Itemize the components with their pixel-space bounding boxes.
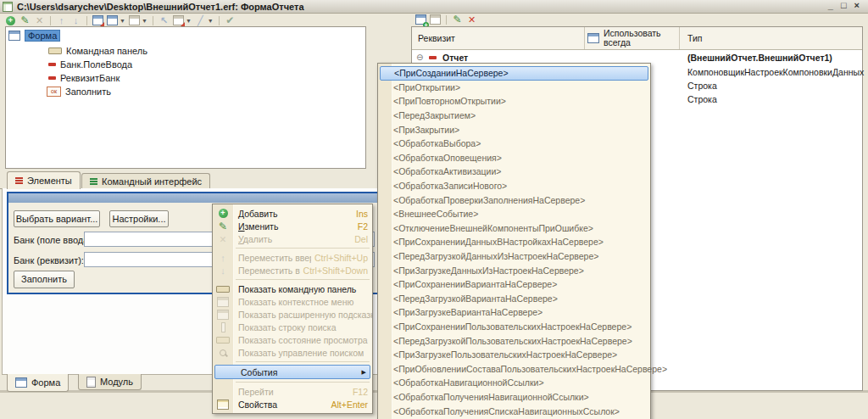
tab-command-interface[interactable]: Командный интерфейс	[81, 173, 210, 189]
submenu-event-item[interactable]: <ОтключениеВнешнейКомпонентыПриОшибке>	[378, 221, 650, 236]
submenu-event-item[interactable]: <ПриОбновленииСоставаПользовательскихНас…	[378, 361, 650, 376]
menu-item-events[interactable]: События ▶	[214, 365, 370, 379]
add-icon: +	[219, 209, 228, 218]
attribute-type: КомпоновщикНастроекКомпоновкиДанных	[687, 67, 864, 77]
add-attribute-icon[interactable]: +	[415, 14, 426, 25]
window-title: C:\Users\dsarychev\Desktop\ВнешнийОтчет1…	[17, 2, 304, 12]
title-bar: C:\Users\dsarychev\Desktop\ВнешнийОтчет1…	[0, 0, 868, 14]
fill-button[interactable]: Заполнить	[14, 271, 75, 288]
add-icon[interactable]: +	[5, 15, 16, 26]
menu-item-add[interactable]: + Добавить Ins	[213, 207, 372, 220]
settings-button[interactable]: Настройки...	[109, 210, 169, 227]
check-icon[interactable]: ✔	[225, 15, 236, 26]
designer-window: C:\Users\dsarychev\Desktop\ВнешнийОтчет1…	[0, 0, 868, 419]
form-toolbar: + ✎ ✕ ↑ ↓ ▼ ▼ ↖ ▼ ╱▼ ✔	[5, 14, 236, 26]
column-type[interactable]: Тип	[687, 33, 703, 43]
choose-variant-button[interactable]: Выбрать вариант...	[14, 210, 100, 227]
chevron-down-icon: ▼	[142, 18, 147, 24]
tree-item-command-bar[interactable]: Командная панель	[48, 45, 147, 57]
menu-item-move-up[interactable]: ↑ Переместить вверх Ctrl+Shift+Up	[213, 251, 372, 264]
submenu-event-item[interactable]: <ПередЗагрузкойПользовательскихНастроекН…	[378, 333, 650, 348]
placement-dropdown-icon[interactable]	[173, 15, 184, 26]
pointer-icon[interactable]: ↖	[159, 15, 170, 26]
tab-module[interactable]: Модуль	[78, 374, 142, 390]
submenu-event-item[interactable]: <ПриСозданииНаСервере>	[380, 66, 648, 81]
submenu-event-item[interactable]: <ОбработкаЗаписиНового>	[378, 179, 650, 193]
submenu-event-item[interactable]: <ПередЗагрузкойВариантаНаСервере>	[378, 292, 650, 306]
column-attribute[interactable]: Реквизит	[418, 33, 455, 43]
submenu-event-item[interactable]: <ОбработкаОповещения>	[378, 151, 650, 165]
submenu-event-item[interactable]: <ОбработкаАктивизации>	[378, 165, 650, 179]
submenu-event-item[interactable]: <ПередЗакрытием>	[378, 109, 650, 123]
tab-form[interactable]: Форма	[7, 374, 69, 392]
submenu-arrow-icon: ▶	[362, 369, 370, 376]
move-down-icon[interactable]: ↓	[70, 15, 81, 26]
submenu-event-item[interactable]: <ОбработкаНавигационнойСсылки>	[378, 376, 650, 390]
tree-item-bank-attribute[interactable]: РеквизитБанк	[48, 72, 120, 84]
edit-icon[interactable]: ✎	[19, 15, 31, 26]
submenu-event-item[interactable]: <ПриЗагрузкеДанныхИзНастроекНаСервере>	[378, 263, 650, 277]
menu-item-properties[interactable]: Свойства Alt+Enter	[213, 398, 372, 411]
menu-separator	[236, 361, 370, 362]
column-use-always[interactable]: Использовать всегда	[604, 29, 671, 47]
tree-item-bank-input[interactable]: Банк.ПолеВвода	[48, 59, 132, 70]
submenu-event-item[interactable]: <ПриЗагрузкеПользовательскихНастроекНаСе…	[378, 348, 650, 362]
submenu-event-item[interactable]: <ОбработкаВыбора>	[378, 137, 650, 151]
attribute-type: Строка	[687, 81, 717, 91]
submenu-event-item[interactable]: <ПриСохраненииПользовательскихНастроекНа…	[378, 320, 650, 334]
menu-item-show-search-control[interactable]: Показать управление поиском	[213, 346, 372, 359]
submenu-event-item[interactable]: <ПриОткрытии>	[378, 81, 650, 95]
submenu-event-item[interactable]: <ОбработкаПолученияНавигационнойСсылки>	[378, 390, 650, 405]
tree-item-label: РеквизитБанк	[60, 73, 120, 83]
events-submenu: <ПриСозданииНаСервере> <ПриОткрытии> <Пр…	[377, 63, 651, 419]
tooltip-icon	[217, 310, 229, 320]
designer-tabstrip: Элементы Командный интерфейс	[0, 170, 400, 189]
tab-label: Элементы	[27, 176, 72, 186]
submenu-event-item[interactable]: <ПриСохраненииДанныхВНастройкахНаСервере…	[378, 235, 650, 249]
submenu-event-item[interactable]: <ПриЗагрузкеВариантаНаСервере>	[378, 305, 650, 320]
menu-item-delete[interactable]: ✕ Удалить Del	[213, 232, 372, 245]
tree-item-label: Банк.ПолеВвода	[60, 59, 132, 70]
form-window-icon[interactable]	[92, 15, 103, 26]
minimize-button[interactable]: _	[828, 0, 833, 11]
submenu-event-item[interactable]: <ПередЗагрузкойДанныхИзНастроекНаСервере…	[378, 249, 650, 264]
field-icon	[48, 76, 56, 80]
maximize-button[interactable]: □	[841, 0, 847, 11]
submenu-event-item[interactable]: <ОбработкаПолученияСпискаНавигационныхСс…	[378, 404, 650, 418]
tree-item-form[interactable]: Форма	[8, 30, 60, 42]
submenu-event-item[interactable]: <ПриПовторномОткрытии>	[378, 94, 650, 109]
menu-item-show-search-string[interactable]: Показать строку поиска	[213, 321, 372, 333]
add-column-icon[interactable]	[430, 14, 441, 25]
collapse-icon[interactable]: ⊖	[416, 53, 423, 62]
attribute-name: Отчет	[442, 53, 468, 63]
chevron-down-icon: ▼	[208, 18, 214, 24]
menu-item-show-extended-tooltip[interactable]: Показать расширенную подсказку	[213, 308, 372, 321]
move-up-icon[interactable]: ↑	[56, 15, 67, 26]
submenu-event-item[interactable]: <ОбработкаПроверкиЗаполненияНаСервере>	[378, 193, 650, 207]
menu-item-show-command-bar[interactable]: Показать командную панель	[213, 282, 372, 295]
delete-icon: ✕	[220, 234, 227, 244]
move-down-icon: ↓	[220, 265, 225, 276]
properties-icon	[217, 399, 229, 410]
dialog-mode-dropdown-icon[interactable]	[107, 15, 118, 26]
view-status-icon	[216, 337, 230, 344]
submenu-event-item[interactable]: <ПриЗакрытии>	[378, 122, 650, 137]
menu-item-move-down[interactable]: ↓ Переместить вниз Ctrl+Shift+Down	[213, 264, 372, 277]
tab-elements[interactable]: Элементы	[7, 171, 81, 189]
menu-item-show-view-status[interactable]: Показать состояние просмотра	[213, 333, 372, 346]
command-bar-icon	[216, 286, 230, 293]
menu-item-goto[interactable]: Перейти F12	[213, 385, 372, 398]
close-button[interactable]: ×	[854, 0, 860, 11]
attributes-toolbar: + ✎ ✕	[415, 14, 477, 25]
delete-icon[interactable]: ✕	[34, 15, 45, 26]
delete-attribute-icon[interactable]: ✕	[466, 14, 477, 25]
menu-item-show-context-menu[interactable]: Показать контекстное меню	[213, 295, 372, 308]
panel-mode-dropdown-icon[interactable]	[129, 15, 140, 26]
edit-attribute-icon[interactable]: ✎	[452, 14, 463, 25]
submenu-event-item[interactable]: <ПриСохраненииВариантаНаСервере>	[378, 277, 650, 292]
menu-separator	[236, 279, 370, 280]
submenu-event-item[interactable]: <ВнешнееСобытие>	[378, 207, 650, 221]
tree-item-fill-button[interactable]: ок Заполнить	[47, 86, 111, 98]
menu-item-edit[interactable]: ✎ Изменить F2	[213, 220, 372, 232]
line-dropdown-icon[interactable]: ╱	[195, 15, 206, 26]
